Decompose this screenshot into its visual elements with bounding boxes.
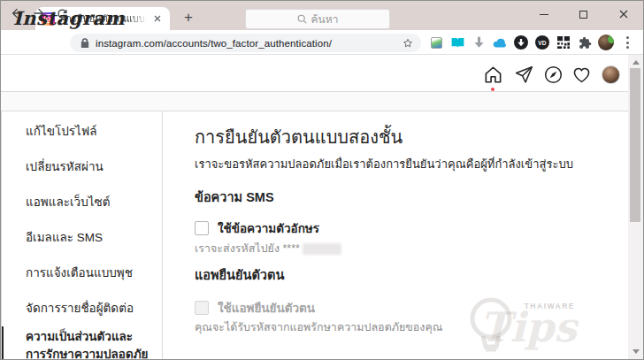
address-bar[interactable]: instagram.com/accounts/two_factor_authen… <box>70 34 421 52</box>
lightbulb-icon <box>464 295 518 357</box>
instagram-logo[interactable]: Instagram <box>13 7 125 29</box>
direct-messages-icon[interactable] <box>514 65 534 85</box>
sidebar-item-manage-contacts[interactable]: จัดการรายชื่อผู้ติดต่อ <box>2 291 162 326</box>
browser-window: การยืนยันตัวตนแบบสองชั้น • Instagram + i… <box>0 0 644 360</box>
page-scrollbar[interactable] <box>628 55 643 359</box>
watermark-text: Tips <box>479 303 577 351</box>
sidebar-item-privacy-security[interactable]: ความเป็นส่วนตัวและการรักษาความปลอดภัย <box>2 326 162 360</box>
lock-icon <box>80 38 89 49</box>
search-icon <box>297 14 307 24</box>
page-title: การยืนยันตัวตนแบบสองชั้น <box>195 123 402 151</box>
maximize-button[interactable] <box>564 1 603 27</box>
instagram-navbar <box>1 55 630 92</box>
auth-app-checkbox-label[interactable]: ใช้แอพยืนยันตัวตน <box>218 298 315 318</box>
watermark-brand: THAIWARE <box>525 302 575 310</box>
sms-checkbox[interactable] <box>195 221 209 235</box>
settings-panel: แก้ไขโปรไฟล์ เปลี่ยนรหัสผ่าน แอพและเว็บไ… <box>1 111 629 360</box>
search-placeholder: ค้นหา <box>311 11 339 27</box>
window-controls <box>524 1 643 27</box>
scroll-down-icon[interactable] <box>632 349 640 354</box>
sms-checkbox-label[interactable]: ใช้ข้อความตัวอักษร <box>218 218 319 238</box>
extension-row: VD <box>426 30 638 55</box>
vd-extension-icon[interactable]: VD <box>532 32 553 53</box>
auth-app-checkbox-row: ใช้แอพยืนยันตัวตน <box>195 298 315 318</box>
new-tab-button[interactable]: + <box>178 7 199 28</box>
bookmark-star-icon[interactable] <box>402 37 414 50</box>
redacted-phone-number <box>303 243 341 255</box>
sidebar-item-change-password[interactable]: เปลี่ยนรหัสผ่าน <box>2 149 162 185</box>
thaiware-tips-watermark: THAIWARE Tips <box>464 292 577 357</box>
sidebar-item-edit-profile[interactable]: แก้ไขโปรไฟล์ <box>2 114 162 149</box>
explore-icon[interactable] <box>543 65 564 85</box>
minimize-button[interactable] <box>524 1 564 27</box>
auth-app-checkbox[interactable] <box>195 301 209 315</box>
tab-close-icon[interactable] <box>151 12 164 25</box>
auth-app-description: คุณจะได้รับรหัสจากแอพรักษาความปลอดภัยของ… <box>195 318 442 336</box>
sms-checkbox-row: ใช้ข้อความตัวอักษร <box>195 218 319 238</box>
sms-description: เราจะส่งรหัสไปยัง **** <box>195 240 341 257</box>
page-subtitle: เราจะขอรหัสความปลอดภัยเมื่อเราต้องการยืน… <box>195 155 573 173</box>
sidebar-item-email-sms[interactable]: อีเมลและ SMS <box>2 220 162 256</box>
book-extension-icon[interactable] <box>447 32 468 53</box>
main-content: การยืนยันตัวตนแบบสองชั้น เราจะขอรหัสความ… <box>164 111 628 359</box>
scroll-up-icon[interactable] <box>632 60 640 65</box>
chrome-menu-kebab-icon[interactable] <box>617 32 638 53</box>
notification-dot <box>491 88 494 91</box>
downloader-circle-extension-icon[interactable] <box>510 32 532 53</box>
download-arrow-extension-icon[interactable] <box>468 32 489 53</box>
profile-avatar[interactable] <box>602 65 620 84</box>
close-button[interactable] <box>603 1 643 27</box>
cloud-extension-icon[interactable] <box>489 32 510 53</box>
auth-app-section-heading: แอพยืนยันตัวตน <box>195 264 284 285</box>
sidebar-item-apps-websites[interactable]: แอพและเว็บไซต์ <box>2 185 162 220</box>
settings-sidebar: แก้ไขโปรไฟล์ เปลี่ยนรหัสผ่าน แอพและเว็บไ… <box>2 111 163 359</box>
search-input[interactable]: ค้นหา <box>245 9 390 29</box>
home-icon[interactable] <box>483 65 503 85</box>
browser-profile-avatar[interactable] <box>595 32 617 53</box>
scrollbar-thumb[interactable] <box>630 68 640 222</box>
sidebar-item-push-notifications[interactable]: การแจ้งเตือนแบบพุช <box>2 256 162 291</box>
extensions-puzzle-icon[interactable] <box>574 32 595 53</box>
url-text: instagram.com/accounts/two_factor_authen… <box>96 38 402 49</box>
qr-code-extension-icon[interactable] <box>553 32 574 53</box>
screenshot-extension-icon[interactable] <box>426 32 447 53</box>
activity-heart-icon[interactable] <box>571 65 592 85</box>
sms-section-heading: ข้อความ SMS <box>195 187 274 207</box>
